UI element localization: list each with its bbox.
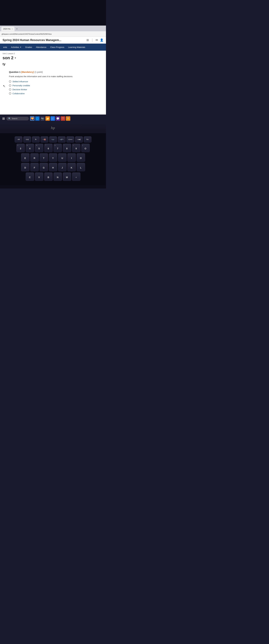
lesson-title: son 2 [3,56,14,60]
key-j[interactable]: J [58,163,67,171]
key-3[interactable]: # 3 [17,144,25,152]
key-f11[interactable]: f11 [84,136,91,142]
answer-label-1: Skilled influencer [13,80,28,83]
answer-option-3[interactable]: Decisive thinker [9,88,103,91]
radio-4[interactable] [9,92,11,94]
key-u[interactable]: U [58,153,67,162]
taskbar-lock-icon[interactable]: 🔒 [66,116,70,121]
taskbar-search-box[interactable]: 🔍 Search [7,117,29,120]
taskbar-store-icon[interactable]: 🛒 [51,116,55,121]
key-f6[interactable]: f6 🔇 [41,136,48,142]
nav-bar: ents Activities ▼ Grades Attendance Clas… [0,44,106,51]
taskbar-app-icons: 🌄 🌐 📷 📁 🛒 💬 🛡 🔒 [30,116,70,121]
key-f9[interactable]: f9 |◄◄ [67,136,74,142]
key-7[interactable]: & 7 [54,144,62,152]
key-k[interactable]: K [68,163,76,171]
taskbar-files-icon[interactable]: 📁 [45,116,50,121]
nav-label-learning-materials: Learning Materials [68,46,85,48]
key-f4[interactable]: f4 |◁| [23,136,31,142]
tab-label: 2024 Hu [3,28,11,30]
key-0-o[interactable]: ) O [81,144,90,152]
taskbar-camera-icon[interactable]: 📷 [40,116,45,121]
answer-option-2[interactable]: Personally credible [9,84,103,87]
key-f8[interactable]: f8 🔊+ [58,136,66,142]
key-v[interactable]: V [35,172,43,181]
key-i[interactable]: I [68,153,76,162]
question-mandatory: (Mandatory) [21,71,34,73]
nav-item-grades[interactable]: Grades [23,44,34,51]
number-key-row: # 3 $ 4 % 5 ^ 6 & 7 * 8 [2,144,104,152]
answer-options: Skilled influencer Personally credible D… [9,80,103,95]
mail-icon[interactable]: ✉ [96,38,98,42]
key-f10[interactable]: f10 ▶|| [75,136,83,142]
breadcrumb: Unit 1 Lesson 2 [3,52,103,54]
nav-item-class-progress[interactable]: Class Progress [48,44,66,51]
lesson-title-row: son 2 ▾ [3,56,103,60]
nav-item-content[interactable]: ents [1,44,9,51]
key-5[interactable]: % 5 [35,144,43,152]
question-number: Question 1 [9,71,21,73]
nav-label-attendance: Attendance [36,46,46,48]
zxcv-key-row: C V B N M < [2,172,104,181]
browser-tab[interactable]: 2024 Hu × [1,27,15,31]
lesson-dropdown-arrow[interactable]: ▾ [15,56,16,60]
key-c[interactable]: C [26,172,34,181]
taskbar-edge-icon[interactable]: 🌐 [35,116,40,121]
key-m[interactable]: M [63,172,71,181]
laptop-bottom: hp f3 ✳ f4 |◁| f5 f6 🔇 f7 🔈- [0,122,106,188]
nav-item-attendance[interactable]: Attendance [34,44,48,51]
key-8[interactable]: * 8 [63,144,71,152]
key-6[interactable]: ^ 6 [44,144,53,152]
grid-icon[interactable]: ⊞ [87,38,89,42]
question-points: (1 point) [35,71,43,73]
key-4[interactable]: $ 4 [26,144,34,152]
site-header: Spring 2024 Human Resources Managem... ⊞… [0,37,106,44]
radio-1[interactable] [9,80,11,82]
radio-3[interactable] [9,88,11,90]
key-n[interactable]: N [54,172,62,181]
taskbar: ⊞ 🔍 Search 🌄 🌐 📷 📁 🛒 💬 🛡 🔒 [0,114,106,122]
answer-option-4[interactable]: Collaborative [9,92,103,95]
activities-dropdown-arrow: ▼ [20,46,22,48]
answer-label-2: Personally credible [13,84,30,87]
key-r[interactable]: R [30,153,39,162]
key-f3[interactable]: f3 ✳ [15,136,22,142]
windows-start-button[interactable]: ⊞ [1,116,6,121]
radio-2[interactable] [9,84,11,86]
key-h[interactable]: H [49,163,57,171]
nav-label-grades: Grades [25,46,32,48]
hp-logo: hp [0,126,106,130]
search-placeholder: Search [12,118,18,120]
key-comma[interactable]: < [72,172,80,181]
key-d[interactable]: D [21,163,30,171]
key-f7[interactable]: f7 🔈- [49,136,57,142]
key-f[interactable]: F [30,163,39,171]
activity-label: ty [3,62,103,66]
nav-item-activities[interactable]: Activities ▼ [9,44,23,51]
more-options-icon[interactable]: ⋮ [91,38,94,42]
key-l[interactable]: L [77,163,85,171]
browser-chrome: 2024 Hu × + ghtspace.com/d2l/le/content/… [0,26,106,37]
taskbar-chat-icon[interactable]: 💬 [56,116,60,121]
address-bar: ghtspace.com/d2l/le/content/134373/viewC… [0,31,106,37]
url-display[interactable]: ghtspace.com/d2l/le/content/134373/viewC… [2,33,104,35]
new-tab-button[interactable]: + [15,27,19,31]
nav-label-content: ents [3,46,7,48]
taskbar-shield-icon[interactable]: 🛡 [61,116,65,121]
key-b[interactable]: B [44,172,53,181]
key-9[interactable]: ( 9 [72,144,80,152]
key-o[interactable]: O [77,153,85,162]
key-t[interactable]: T [40,153,48,162]
key-f5[interactable]: f5 [32,136,40,142]
nav-item-learning-materials[interactable]: Learning Materials [66,44,87,51]
taskbar-weather-icon[interactable]: 🌄 [30,116,35,121]
user-icon[interactable]: 👤 [100,38,103,42]
tab-close-button[interactable]: × [12,28,13,30]
key-g[interactable]: G [40,163,48,171]
answer-label-4: Collaborative [13,92,25,95]
key-e[interactable]: E [21,153,30,162]
fn-key-row: f3 ✳ f4 |◁| f5 f6 🔇 f7 🔈- f8 🔊+ [2,136,104,142]
question-block: Question 1 (Mandatory) (1 point) Frank a… [3,69,103,98]
answer-option-1[interactable]: Skilled influencer [9,80,103,83]
key-y[interactable]: Y [49,153,57,162]
